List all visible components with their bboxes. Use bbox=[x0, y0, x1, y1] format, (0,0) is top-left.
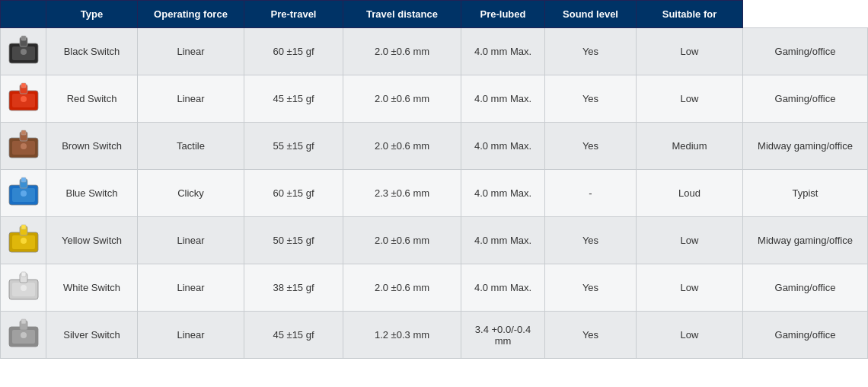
suitable-for: Gaming/office bbox=[743, 75, 868, 123]
switch-name: Black Switch bbox=[46, 28, 138, 75]
col-header-pre-lubed: Pre-lubed bbox=[461, 1, 545, 28]
pre-lubed: Yes bbox=[545, 312, 637, 359]
svg-point-29 bbox=[21, 285, 27, 291]
sound-level: Low bbox=[637, 217, 743, 264]
table-row: Red SwitchLinear45 ±15 gf2.0 ±0.6 mm4.0 … bbox=[1, 75, 868, 123]
switch-name: Yellow Switch bbox=[46, 217, 138, 264]
switch-icon-cell bbox=[1, 123, 46, 170]
suitable-for: Gaming/office bbox=[743, 264, 868, 312]
sound-level: Low bbox=[637, 312, 743, 359]
svg-rect-3 bbox=[21, 36, 26, 40]
svg-rect-28 bbox=[21, 272, 26, 277]
col-header-pre-travel: Pre-travel bbox=[244, 1, 343, 28]
sound-level: Medium bbox=[637, 123, 743, 170]
switch-type: Clicky bbox=[138, 170, 244, 217]
travel-distance: 3.4 +0.0/-0.4 mm bbox=[461, 312, 545, 359]
svg-rect-13 bbox=[21, 130, 26, 135]
table-row: Yellow SwitchLinear50 ±15 gf2.0 ±0.6 mm4… bbox=[1, 217, 868, 264]
operating-force: 60 ±15 gf bbox=[244, 28, 343, 75]
pre-lubed: Yes bbox=[545, 264, 637, 312]
sound-level: Loud bbox=[637, 170, 743, 217]
svg-point-4 bbox=[21, 49, 27, 55]
svg-point-14 bbox=[21, 143, 27, 149]
operating-force: 45 ±15 gf bbox=[244, 312, 343, 359]
sound-level: Low bbox=[637, 264, 743, 312]
switch-name: White Switch bbox=[46, 264, 138, 312]
col-header-sound-level: Sound level bbox=[545, 1, 637, 28]
pre-lubed: Yes bbox=[545, 28, 637, 75]
operating-force: 38 ±15 gf bbox=[244, 264, 343, 312]
switch-name: Red Switch bbox=[46, 75, 138, 123]
switch-type: Linear bbox=[138, 28, 244, 75]
col-header-suitable-for: Suitable for bbox=[637, 1, 743, 28]
switch-icon-cell bbox=[1, 28, 46, 75]
travel-distance: 4.0 mm Max. bbox=[461, 28, 545, 75]
pre-lubed: Yes bbox=[545, 75, 637, 123]
table-row: Black SwitchLinear60 ±15 gf2.0 ±0.6 mm4.… bbox=[1, 28, 868, 75]
pre-travel: 2.0 ±0.6 mm bbox=[343, 123, 461, 170]
svg-rect-18 bbox=[21, 178, 26, 182]
switch-type: Linear bbox=[138, 264, 244, 312]
travel-distance: 4.0 mm Max. bbox=[461, 123, 545, 170]
pre-travel: 1.2 ±0.3 mm bbox=[343, 312, 461, 359]
col-header-operating-force: Operating force bbox=[138, 1, 244, 28]
pre-travel: 2.0 ±0.6 mm bbox=[343, 217, 461, 264]
svg-rect-23 bbox=[21, 225, 26, 229]
svg-point-24 bbox=[21, 238, 27, 244]
svg-rect-33 bbox=[21, 319, 26, 324]
svg-point-34 bbox=[21, 332, 27, 338]
switch-type: Linear bbox=[138, 75, 244, 123]
col-header-type: Type bbox=[46, 1, 138, 28]
pre-travel: 2.0 ±0.6 mm bbox=[343, 264, 461, 312]
operating-force: 60 ±15 gf bbox=[244, 170, 343, 217]
switch-comparison-table: Type Operating force Pre-travel Travel d… bbox=[0, 0, 868, 359]
pre-lubed: Yes bbox=[545, 217, 637, 264]
switch-name: Silver Switch bbox=[46, 312, 138, 359]
col-header-icon bbox=[1, 1, 46, 28]
pre-travel: 2.3 ±0.6 mm bbox=[343, 170, 461, 217]
pre-lubed: - bbox=[545, 170, 637, 217]
sound-level: Low bbox=[637, 75, 743, 123]
switch-type: Linear bbox=[138, 217, 244, 264]
pre-lubed: Yes bbox=[545, 123, 637, 170]
switch-name: Blue Switch bbox=[46, 170, 138, 217]
svg-point-9 bbox=[21, 96, 27, 102]
switch-icon-cell bbox=[1, 75, 46, 123]
switch-type: Tactile bbox=[138, 123, 244, 170]
switch-icon-cell bbox=[1, 170, 46, 217]
operating-force: 45 ±15 gf bbox=[244, 75, 343, 123]
suitable-for: Typist bbox=[743, 170, 868, 217]
table-row: Blue SwitchClicky60 ±15 gf2.3 ±0.6 mm4.0… bbox=[1, 170, 868, 217]
travel-distance: 4.0 mm Max. bbox=[461, 75, 545, 123]
operating-force: 50 ±15 gf bbox=[244, 217, 343, 264]
travel-distance: 4.0 mm Max. bbox=[461, 217, 545, 264]
switch-icon-cell bbox=[1, 312, 46, 359]
travel-distance: 4.0 mm Max. bbox=[461, 170, 545, 217]
svg-rect-8 bbox=[21, 83, 26, 88]
pre-travel: 2.0 ±0.6 mm bbox=[343, 75, 461, 123]
col-header-travel-distance: Travel distance bbox=[343, 1, 461, 28]
switch-type: Linear bbox=[138, 312, 244, 359]
table-row: Brown SwitchTactile55 ±15 gf2.0 ±0.6 mm4… bbox=[1, 123, 868, 170]
table-row: White SwitchLinear38 ±15 gf2.0 ±0.6 mm4.… bbox=[1, 264, 868, 312]
switch-name: Brown Switch bbox=[46, 123, 138, 170]
suitable-for: Midway gaming/office bbox=[743, 123, 868, 170]
travel-distance: 4.0 mm Max. bbox=[461, 264, 545, 312]
operating-force: 55 ±15 gf bbox=[244, 123, 343, 170]
sound-level: Low bbox=[637, 28, 743, 75]
svg-point-19 bbox=[21, 190, 27, 197]
pre-travel: 2.0 ±0.6 mm bbox=[343, 28, 461, 75]
table-row: Silver SwitchLinear45 ±15 gf1.2 ±0.3 mm3… bbox=[1, 312, 868, 359]
switch-icon-cell bbox=[1, 217, 46, 264]
suitable-for: Gaming/office bbox=[743, 312, 868, 359]
suitable-for: Gaming/office bbox=[743, 28, 868, 75]
suitable-for: Midway gaming/office bbox=[743, 217, 868, 264]
switch-icon-cell bbox=[1, 264, 46, 312]
